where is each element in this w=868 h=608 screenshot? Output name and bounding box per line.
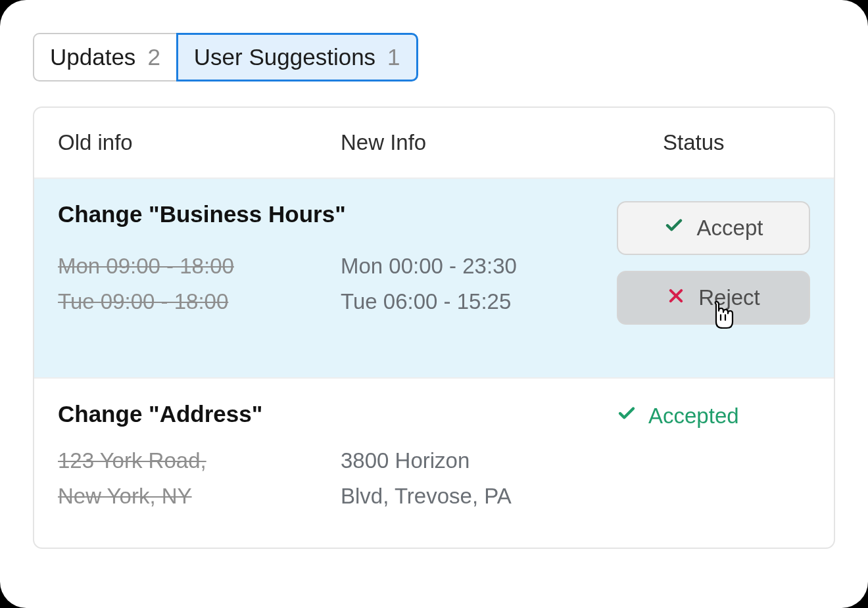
- cursor-icon: [709, 300, 736, 335]
- accept-button[interactable]: Accept: [617, 201, 810, 255]
- col-old-info: Old info: [58, 130, 341, 155]
- table-header: Old info New Info Status: [34, 108, 834, 177]
- new-line: Blvd, Trevose, PA: [341, 479, 617, 514]
- new-line: Mon 00:00 - 23:30: [341, 248, 617, 284]
- tab-updates[interactable]: Updates 2: [33, 33, 176, 82]
- status-actions: Accept Reject: [617, 201, 810, 325]
- tab-label: Updates: [50, 44, 135, 70]
- old-line: New York, NY: [58, 479, 341, 514]
- suggestions-panel: Old info New Info Status Change "Busines…: [33, 106, 835, 549]
- old-line: Tue 09:00 - 18:00: [58, 284, 341, 319]
- new-line: Tue 06:00 - 15:25: [341, 284, 617, 319]
- new-info: Mon 00:00 - 23:30 Tue 06:00 - 15:25: [341, 248, 617, 325]
- reject-button[interactable]: Reject: [617, 271, 810, 325]
- old-line: Mon 09:00 - 18:00: [58, 248, 341, 284]
- x-icon: [667, 285, 685, 310]
- table-row: Change "Address" Accepted 123 York Road,…: [34, 377, 834, 548]
- tab-count: 1: [387, 44, 400, 70]
- tab-label: User Suggestions: [194, 44, 375, 70]
- change-title: Change "Business Hours": [58, 201, 617, 233]
- tab-count: 2: [147, 44, 160, 70]
- tab-bar: Updates 2 User Suggestions 1: [33, 33, 835, 82]
- table-row: Change "Business Hours" Accept Reject: [34, 177, 834, 377]
- col-new-info: New Info: [341, 130, 617, 155]
- col-status: Status: [617, 130, 810, 155]
- status-cell: Accepted: [617, 401, 810, 515]
- accept-label: Accept: [697, 216, 763, 241]
- status-label: Accepted: [648, 404, 739, 429]
- new-line: 3800 Horizon: [341, 443, 617, 479]
- change-title: Change "Address": [58, 401, 617, 427]
- old-info: 123 York Road, New York, NY: [58, 443, 341, 515]
- new-info: 3800 Horizon Blvd, Trevose, PA: [341, 443, 617, 515]
- check-icon: [664, 216, 684, 241]
- old-line: 123 York Road,: [58, 443, 341, 479]
- card-container: Updates 2 User Suggestions 1 Old info Ne…: [0, 0, 868, 608]
- check-icon: [617, 404, 637, 429]
- old-info: Mon 09:00 - 18:00 Tue 09:00 - 18:00: [58, 248, 341, 325]
- status-accepted: Accepted: [617, 401, 810, 429]
- tab-user-suggestions[interactable]: User Suggestions 1: [176, 33, 418, 82]
